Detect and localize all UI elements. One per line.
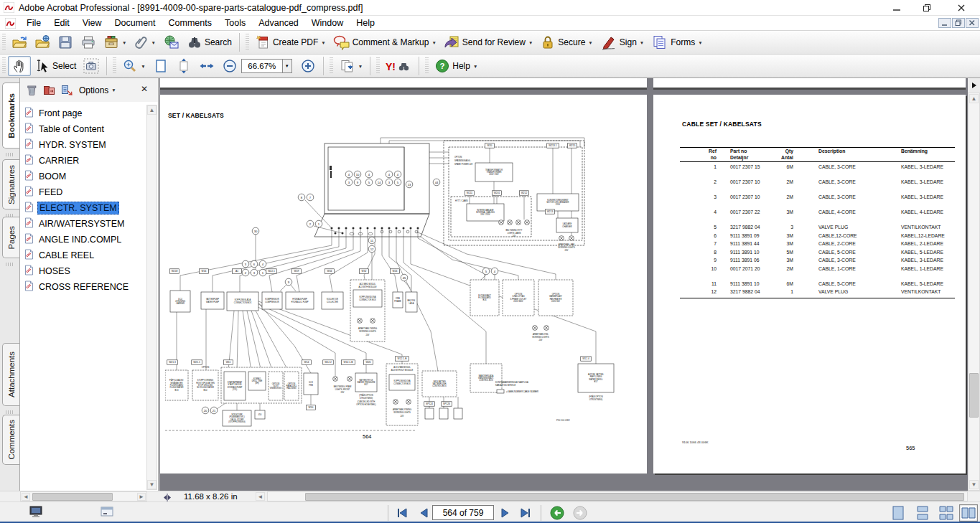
bookmark-hydr-system[interactable]: HYDR. SYSTEM	[24, 137, 145, 153]
bookmark-hoses[interactable]: HOSES	[24, 263, 145, 279]
panel-close-icon[interactable]: ✕	[141, 84, 148, 94]
delete-bookmark-icon[interactable]	[26, 84, 37, 96]
expand-bookmark-icon[interactable]	[43, 85, 55, 96]
sign-button[interactable]: Sign▼	[597, 32, 648, 52]
secure-button[interactable]: Secure▼	[536, 32, 596, 52]
toolbar-grip[interactable]	[246, 34, 249, 51]
next-view-button[interactable]	[571, 505, 589, 520]
hand-tool-button[interactable]	[8, 56, 31, 76]
scroll-left-icon[interactable]: ◄	[256, 492, 265, 501]
last-page-button[interactable]	[517, 505, 534, 520]
page-indicator-field[interactable]: 564 of 759	[432, 505, 494, 520]
new-bookmark-icon[interactable]	[61, 85, 73, 96]
menu-window[interactable]: Window	[305, 17, 350, 29]
doc-hscroll-thumb[interactable]	[305, 493, 964, 501]
previous-page-button[interactable]	[415, 505, 432, 520]
toolbar-overflow-arrow[interactable]	[968, 78, 980, 93]
bookmark-table-of-content[interactable]: Table of Content	[24, 121, 145, 137]
restore-button[interactable]	[916, 1, 938, 14]
menu-file[interactable]: File	[20, 17, 47, 29]
menu-comments[interactable]: Comments	[162, 17, 218, 29]
continuous-facing-layout-button[interactable]	[937, 504, 956, 522]
create-pdf-button[interactable]: Create PDF▼	[251, 32, 330, 52]
bookmark-cable-reel[interactable]: CABLE REEL	[24, 248, 145, 263]
facing-layout-button[interactable]	[959, 504, 978, 522]
select-tool-button[interactable]: Select	[31, 56, 80, 76]
zoom-in-button[interactable]	[297, 56, 319, 76]
first-page-button[interactable]	[393, 505, 411, 520]
bookmarks-scrollbar[interactable]: ▲ ▼	[146, 105, 157, 490]
toolbar-grip[interactable]	[376, 57, 380, 75]
comment-markup-button[interactable]: Comment & Markup▼	[330, 32, 440, 52]
previous-view-button[interactable]	[549, 505, 566, 520]
menu-view[interactable]: View	[76, 17, 108, 29]
pdf-page-564[interactable]: SET / KABELSATS DC4JORDNINGCARRIERVATTEN…	[160, 95, 647, 473]
organizer-button[interactable]: ▼	[100, 32, 130, 52]
help-button[interactable]: ?Help▼	[431, 56, 481, 76]
close-button[interactable]	[951, 1, 972, 14]
toolbar-grip[interactable]	[113, 57, 116, 75]
scroll-down-icon[interactable]: ▼	[147, 480, 157, 489]
zoom-out-button[interactable]	[218, 56, 241, 76]
tab-attachments[interactable]: Attachments	[2, 343, 19, 406]
toolbar-grip[interactable]	[2, 57, 6, 75]
tab-bookmarks[interactable]: Bookmarks	[2, 83, 19, 149]
yahoo-search-button[interactable]: Y!	[382, 56, 415, 76]
single-page-layout-button[interactable]	[889, 504, 907, 522]
window-minimized-icon[interactable]	[101, 506, 114, 520]
bookmark-electr-system[interactable]: ELECTR. SYSTEM	[24, 200, 145, 216]
minimize-button[interactable]	[886, 1, 907, 14]
doc-restore-button[interactable]	[952, 18, 965, 28]
monitor-icon[interactable]	[29, 505, 43, 522]
bookmark-air-watersystem[interactable]: AIR/WATERSYSTEM	[24, 216, 145, 232]
forms-button[interactable]: Forms▼	[648, 32, 706, 52]
zoom-level-field[interactable]: 66.67%	[241, 59, 283, 73]
tab-comments[interactable]: Comments	[2, 415, 19, 465]
bookmark-boom[interactable]: BOOM	[24, 169, 145, 184]
vscroll-thumb[interactable]	[969, 373, 979, 418]
doc-minimize-button[interactable]	[938, 18, 951, 28]
snapshot-tool-button[interactable]	[80, 56, 103, 76]
email-button[interactable]	[159, 32, 183, 52]
menu-edit[interactable]: Edit	[47, 17, 76, 29]
send-review-button[interactable]: Send for Review▼	[440, 32, 536, 52]
open-web-button[interactable]	[31, 32, 54, 52]
open-button[interactable]	[8, 32, 31, 52]
menu-document[interactable]: Document	[108, 17, 162, 29]
bookmark-cross-reference[interactable]: CROSS REFERENCE	[24, 279, 145, 295]
print-button[interactable]	[77, 32, 100, 52]
menu-advanced[interactable]: Advanced	[252, 17, 305, 29]
panel-horizontal-scrollbar[interactable]: ◄ ►	[20, 491, 147, 501]
bookmark-front-page[interactable]: Front page	[24, 105, 145, 121]
continuous-layout-button[interactable]	[913, 504, 932, 522]
panel-hscroll-thumb[interactable]	[32, 493, 113, 501]
scroll-left-icon[interactable]: ◄	[22, 493, 30, 501]
next-page-button[interactable]	[497, 505, 514, 520]
scroll-up-icon[interactable]: ▲	[969, 94, 979, 103]
toolbar-grip[interactable]	[2, 34, 6, 51]
toolbar-grip[interactable]	[330, 57, 333, 75]
bookmark-feed[interactable]: FEED	[24, 184, 145, 200]
tab-signatures[interactable]: Signatures	[2, 159, 19, 209]
menu-tools[interactable]: Tools	[218, 17, 252, 29]
menu-help[interactable]: Help	[350, 17, 381, 29]
tab-pages[interactable]: Pages	[2, 217, 19, 258]
zoom-tool-button[interactable]: ▼	[118, 56, 149, 76]
fit-height-button[interactable]	[172, 56, 195, 76]
scroll-up-icon[interactable]: ▲	[147, 105, 157, 115]
bookmark-angle-ind-compl[interactable]: ANGLE IND.COMPL	[24, 232, 145, 248]
save-button[interactable]	[54, 32, 77, 52]
page-setup-button[interactable]: ▼	[335, 56, 366, 76]
vertical-scrollbar[interactable]: ▲ ▼	[968, 93, 980, 491]
document-horizontal-scrollbar[interactable]	[267, 491, 968, 501]
toolbar-grip[interactable]	[425, 57, 429, 75]
doc-close-button[interactable]	[966, 18, 979, 28]
pdf-page-565[interactable]: CABLE SET / KABELSATS RefnoPart noDetalj…	[653, 95, 966, 473]
search-button[interactable]: Search	[183, 32, 235, 52]
bookmark-carrier[interactable]: CARRIER	[24, 153, 145, 169]
fit-page-button[interactable]	[149, 56, 172, 76]
zoom-level-dropdown[interactable]: ▼	[283, 59, 292, 73]
fit-width-button[interactable]	[195, 56, 218, 76]
scroll-right-icon[interactable]: ►	[137, 493, 146, 501]
scroll-down-icon[interactable]: ▼	[969, 480, 979, 489]
